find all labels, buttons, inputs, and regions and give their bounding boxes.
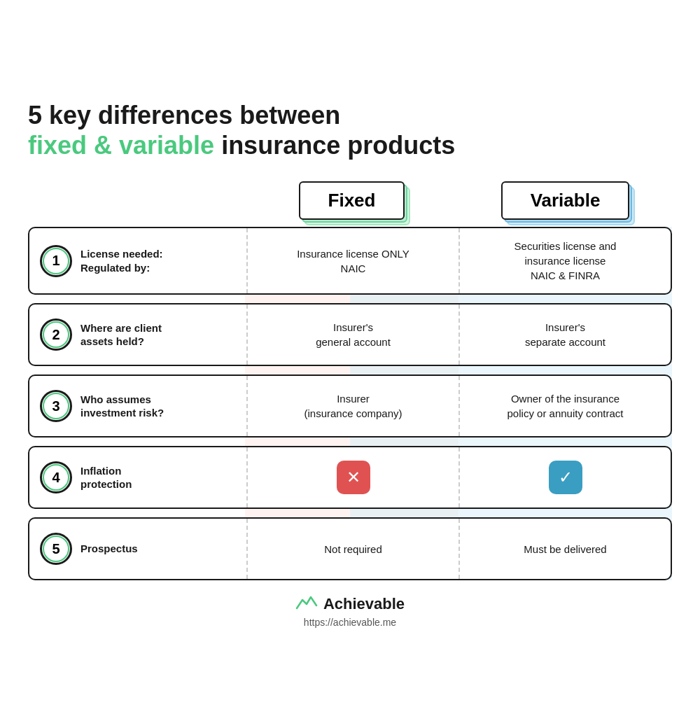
row-3-text: Who assumesinvestment risk? (80, 393, 164, 420)
check-icon: ✓ (549, 461, 582, 494)
footer: Achievable https://achievable.me (28, 594, 672, 628)
row-5-label: 5 Prospectus (29, 519, 246, 579)
footer-url: https://achievable.me (304, 617, 396, 628)
logo: Achievable (295, 594, 405, 614)
fixed-stacked-card: Fixed (299, 181, 405, 220)
row-3-variable: Owner of the insurancepolicy or annuity … (460, 376, 671, 436)
row-1-variable: Securities license andinsurance licenseN… (460, 228, 671, 293)
row-4-label: 4 Inflationprotection (29, 447, 246, 507)
table-row: 5 Prospectus Not required Must be delive… (28, 517, 672, 580)
x-icon: ✕ (337, 461, 370, 494)
title-highlight: fixed & variable (28, 131, 214, 160)
row-2-badge: 2 (40, 318, 72, 351)
row-2-fixed: Insurer'sgeneral account (248, 304, 458, 365)
row-2-variable: Insurer'sseparate account (460, 304, 671, 365)
fixed-column-header: Fixed (245, 181, 458, 220)
table-row: 4 Inflationprotection ✕ ✓ (28, 446, 672, 509)
table-row: 3 Who assumesinvestment risk? Insurer(in… (28, 374, 672, 438)
logo-text: Achievable (323, 595, 405, 613)
logo-icon (295, 594, 318, 614)
row-5-badge: 5 (40, 533, 72, 565)
row-5-variable: Must be delivered (460, 519, 671, 579)
row-5-text: Prospectus (80, 542, 138, 556)
row-1-text: License needed:Regulated by: (80, 247, 163, 274)
page-title: 5 key differences between fixed & variab… (28, 100, 672, 160)
row-4-variable: ✓ (460, 447, 671, 507)
fixed-label: Fixed (328, 190, 376, 211)
row-3-badge: 3 (40, 390, 72, 422)
row-4-fixed: ✕ (248, 447, 458, 507)
variable-label: Variable (531, 190, 601, 211)
row-4-badge: 4 (40, 461, 72, 493)
row-4-text: Inflationprotection (80, 464, 132, 491)
row-3-fixed: Insurer(insurance company) (248, 376, 458, 436)
variable-stacked-card: Variable (501, 181, 630, 220)
row-2-label: 2 Where are clientassets held? (29, 304, 246, 365)
column-headers: Fixed Variable (245, 181, 672, 220)
row-1-label: 1 License needed:Regulated by: (29, 228, 246, 293)
row-1-fixed: Insurance license ONLYNAIC (248, 228, 458, 293)
row-3-label: 3 Who assumesinvestment risk? (29, 376, 246, 436)
row-2-text: Where are clientassets held? (80, 321, 162, 349)
comparison-table: 1 License needed:Regulated by: Insurance… (28, 227, 672, 580)
row-5-fixed: Not required (248, 519, 458, 579)
table-row: 1 License needed:Regulated by: Insurance… (28, 227, 672, 295)
row-1-badge: 1 (40, 245, 72, 277)
table-row: 2 Where are clientassets held? Insurer's… (28, 303, 672, 366)
variable-column-header: Variable (458, 181, 672, 220)
